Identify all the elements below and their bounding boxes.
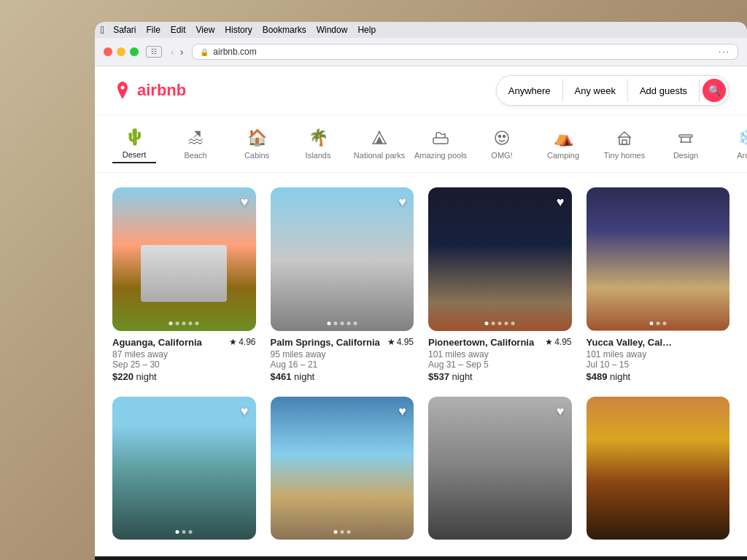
category-arctic[interactable]: ❄️ Arctic	[725, 125, 747, 163]
image-dots-5	[176, 530, 193, 534]
listing-location-4: Yucca Valley, Califor	[587, 337, 674, 348]
listing-card-6[interactable]: ♥	[271, 397, 414, 546]
wishlist-button-6[interactable]: ♥	[398, 404, 406, 419]
listing-card-3[interactable]: ♥ Pioneertown, California	[428, 187, 572, 382]
category-beach[interactable]: 🏖 Beach	[174, 125, 217, 163]
category-amazing-pools[interactable]: Amazing pools	[419, 125, 462, 163]
dot	[649, 322, 653, 325]
reader-mode-icon: ···	[719, 47, 730, 57]
category-tiny-homes[interactable]: Tiny homes	[603, 125, 646, 163]
search-when[interactable]: Any week	[563, 79, 628, 102]
svg-point-3	[499, 136, 501, 138]
category-national-parks[interactable]: National parks	[357, 125, 401, 163]
cabins-icon: 🏠	[247, 128, 267, 148]
menu-file[interactable]: File	[146, 25, 160, 35]
dot	[656, 322, 659, 325]
wishlist-button-7[interactable]: ♥	[557, 404, 565, 419]
dot	[333, 322, 337, 325]
back-button[interactable]: ‹	[169, 46, 176, 58]
close-button[interactable]	[104, 47, 112, 56]
star-icon: ★	[387, 337, 395, 347]
amazing-pools-icon	[432, 128, 449, 148]
wishlist-button-2[interactable]: ♥	[398, 195, 406, 210]
category-camping-label: Camping	[547, 151, 579, 160]
listing-rating-2: ★ 4.95	[387, 337, 414, 347]
dot	[492, 322, 495, 325]
svg-rect-6	[622, 140, 627, 144]
listing-card-4[interactable]: Yucca Valley, Califor 101 miles away Jul…	[587, 187, 730, 382]
listing-distance-2: 95 miles away	[271, 349, 414, 359]
menu-history[interactable]: History	[225, 25, 252, 35]
listing-price-1: $220 night	[112, 371, 256, 382]
category-design[interactable]: Design	[664, 125, 708, 163]
dot	[347, 530, 350, 534]
listing-info-8	[587, 540, 730, 545]
listing-card-2[interactable]: ♥ Palm Springs, California	[271, 187, 414, 382]
category-cabins[interactable]: 🏠 Cabins	[235, 125, 279, 163]
fullscreen-button[interactable]	[130, 47, 139, 56]
design-icon	[677, 128, 694, 148]
islands-icon: 🌴	[309, 128, 328, 148]
traffic-lights	[104, 47, 139, 56]
listing-rating-1: ★ 4.96	[229, 337, 255, 347]
logo-text: airbnb	[137, 81, 186, 100]
listing-price-2: $461 night	[271, 371, 414, 382]
menu-help[interactable]: Help	[357, 25, 376, 35]
category-camping[interactable]: ⛺ Camping	[541, 125, 585, 163]
forward-button[interactable]: ›	[179, 46, 185, 58]
svg-rect-7	[679, 135, 692, 137]
menu-window[interactable]: Window	[317, 25, 348, 35]
listing-card-8[interactable]	[587, 397, 730, 546]
menu-view[interactable]: View	[196, 25, 215, 35]
listing-info-2: Palm Springs, California ★ 4.95 95 miles…	[271, 331, 414, 382]
airbnb-logo[interactable]: airbnb	[112, 80, 186, 101]
tab-overview-button[interactable]: ☷	[146, 46, 162, 58]
wishlist-button-5[interactable]: ♥	[241, 404, 249, 419]
svg-rect-1	[433, 138, 448, 144]
category-omg[interactable]: OMG!	[480, 125, 524, 163]
svg-point-2	[495, 131, 508, 144]
page-content: airbnb Anywhere Any week Add guests 🔍 🌵 …	[95, 66, 747, 556]
listing-image-5: ♥	[112, 397, 256, 540]
dot	[333, 530, 337, 534]
minimize-button[interactable]	[117, 47, 125, 56]
wishlist-button-3[interactable]: ♥	[557, 195, 565, 210]
svg-rect-5	[619, 137, 630, 144]
beach-icon: 🏖	[187, 128, 204, 148]
arctic-icon: ❄️	[738, 128, 748, 148]
listing-image-4	[587, 187, 730, 331]
listing-title-row-4: Yucca Valley, Califor	[587, 337, 730, 348]
address-bar[interactable]: 🔒 airbnb.com ···	[192, 44, 738, 60]
airbnb-logo-icon	[112, 80, 133, 101]
listing-info-3: Pioneertown, California ★ 4.95 101 miles…	[428, 331, 572, 382]
listing-rating-3: ★ 4.95	[545, 337, 571, 347]
menu-bookmarks[interactable]: Bookmarks	[263, 25, 306, 35]
search-where[interactable]: Anywhere	[497, 79, 563, 102]
category-amazing-pools-label: Amazing pools	[414, 151, 467, 160]
camping-icon: ⛺	[554, 128, 573, 148]
category-tiny-homes-label: Tiny homes	[604, 151, 645, 160]
listing-title-row-2: Palm Springs, California ★ 4.95	[271, 337, 414, 348]
menu-safari[interactable]: Safari	[113, 25, 136, 35]
category-desert-label: Desert	[123, 150, 146, 159]
star-icon: ★	[229, 337, 237, 347]
listing-card-1[interactable]: ♥ Aguanga, California	[112, 187, 256, 382]
category-beach-label: Beach	[184, 151, 206, 160]
listing-card-5[interactable]: ♥	[112, 397, 256, 546]
url-text: airbnb.com	[213, 47, 256, 57]
tiny-homes-icon	[616, 128, 633, 148]
category-desert[interactable]: 🌵 Desert	[112, 124, 156, 163]
dot	[182, 322, 186, 325]
search-who[interactable]: Add guests	[628, 79, 700, 102]
category-islands[interactable]: 🌴 Islands	[296, 125, 340, 163]
listing-info-5	[112, 540, 256, 545]
listing-card-7[interactable]: ♥	[428, 397, 572, 546]
dot	[662, 322, 666, 325]
search-button[interactable]: 🔍	[703, 79, 726, 102]
image-dots-4	[649, 322, 666, 325]
menu-edit[interactable]: Edit	[171, 25, 186, 35]
image-dots-3	[485, 322, 515, 325]
image-dots-1	[169, 322, 199, 325]
wishlist-button-1[interactable]: ♥	[241, 195, 249, 210]
nav-arrows: ‹ ›	[169, 46, 185, 58]
